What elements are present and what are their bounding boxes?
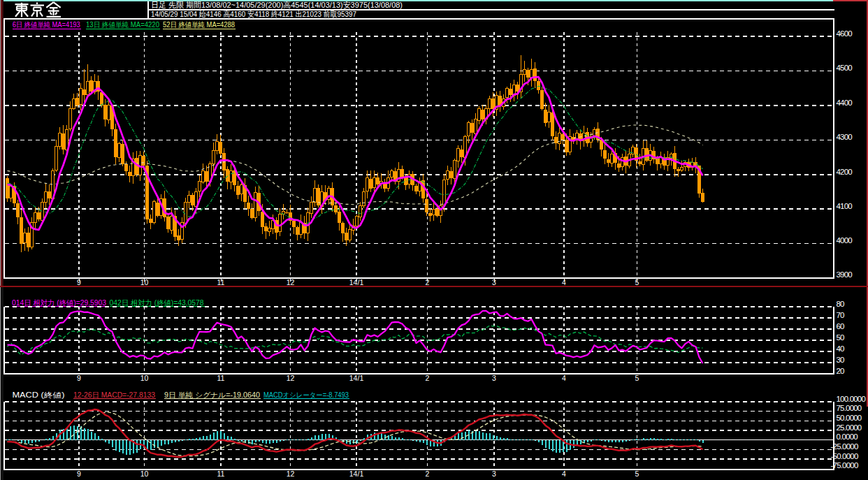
svg-text:52日 終値単純 MA=4288: 52日 終値単純 MA=4288 [163,20,235,29]
svg-text:5: 5 [635,470,639,478]
svg-text:MACD (終値): MACD (終値) [13,391,65,399]
svg-text:20: 20 [837,367,845,375]
svg-text:-50.0000: -50.0000 [831,452,858,460]
svg-text:0.0000: 0.0000 [837,432,858,441]
svg-text:2: 2 [426,470,430,478]
svg-text:4: 4 [562,278,566,286]
svg-text:14/1: 14/1 [349,374,364,382]
svg-text:4100: 4100 [837,202,853,210]
svg-text:30: 30 [837,356,845,364]
svg-text:14/05/29 15/04 始4146 高4160 安41: 14/05/29 15/04 始4146 高4160 安4118 終4121 出… [151,10,356,18]
svg-text:5: 5 [635,278,639,286]
svg-text:12: 12 [287,278,295,286]
svg-text:6日 終値単純 MA=4193: 6日 終値単純 MA=4193 [13,20,80,29]
svg-text:2: 2 [426,278,430,286]
svg-text:60: 60 [837,322,845,330]
svg-text:2: 2 [426,374,430,382]
svg-text:50: 50 [837,333,845,342]
svg-text:12: 12 [287,374,295,382]
svg-text:9日 単純 シグナル=-19.0640: 9日 単純 シグナル=-19.0640 [164,391,260,399]
svg-text:4300: 4300 [837,133,853,141]
svg-text:9: 9 [77,470,81,478]
svg-text:4: 4 [562,470,566,478]
svg-text:100.0000: 100.0000 [837,395,866,403]
svg-text:25.0000: 25.0000 [837,423,862,432]
svg-text:MACDオシレーター=-8.7493: MACDオシレーター=-8.7493 [263,391,349,399]
svg-text:14/1: 14/1 [349,470,364,478]
svg-text:40: 40 [837,344,845,353]
svg-text:80: 80 [837,300,845,308]
svg-text:-25.0000: -25.0000 [831,442,858,451]
svg-text:10: 10 [140,470,149,478]
svg-text:10: 10 [140,278,149,286]
svg-text:12-26日 MACD=-27.8133: 12-26日 MACD=-27.8133 [73,391,155,399]
svg-text:12: 12 [287,470,295,478]
svg-text:4200: 4200 [837,168,853,176]
svg-text:11: 11 [217,278,225,286]
svg-text:4600: 4600 [837,29,853,38]
svg-text:-75.0000: -75.0000 [831,461,858,470]
svg-text:10: 10 [140,374,149,382]
svg-text:3: 3 [492,470,496,478]
svg-text:75.0000: 75.0000 [837,404,862,412]
svg-text:4500: 4500 [837,64,853,72]
svg-text:9: 9 [77,374,81,382]
svg-text:3: 3 [492,278,496,286]
svg-text:3: 3 [492,374,496,382]
svg-text:70: 70 [837,311,845,319]
svg-text:042日 相対力 (終値)=43.0578: 042日 相対力 (終値)=43.0578 [110,298,204,307]
svg-text:4400: 4400 [837,99,853,107]
svg-text:4000: 4000 [837,236,853,245]
svg-text:13日 終値単純 MA=4220: 13日 終値単純 MA=4220 [86,20,159,29]
svg-text:5: 5 [635,374,639,382]
svg-text:9: 9 [77,278,81,286]
svg-text:4: 4 [562,374,566,382]
svg-text:014日 相対力 (終値)=29.5903: 014日 相対力 (終値)=29.5903 [12,298,106,307]
svg-text:3900: 3900 [837,270,853,279]
svg-text:11: 11 [217,374,225,382]
svg-text:50.0000: 50.0000 [837,414,862,422]
svg-text:日足 先限 期間13/08/02~14/05/29(200): 日足 先限 期間13/08/02~14/05/29(200)高4545(14/0… [151,1,403,9]
svg-text:11: 11 [217,470,225,478]
svg-text:14/1: 14/1 [349,278,364,286]
